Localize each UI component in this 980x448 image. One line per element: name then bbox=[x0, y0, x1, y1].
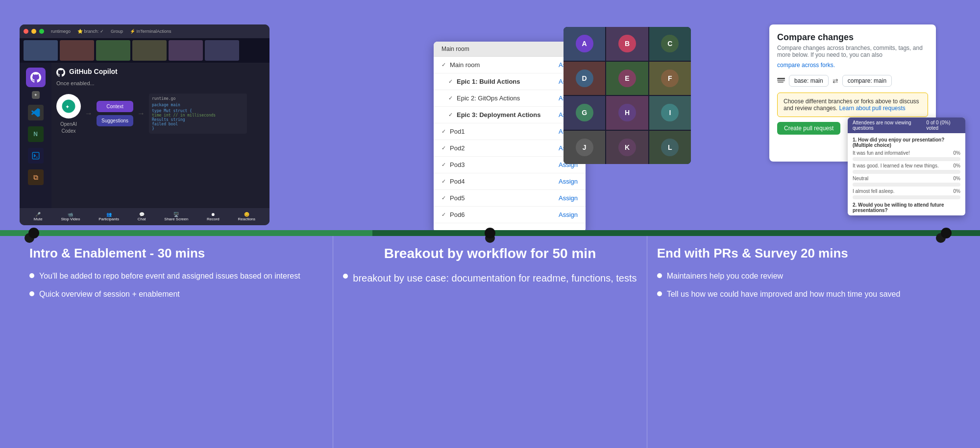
room-name-pod2: Pod2 bbox=[450, 144, 465, 152]
room-name-pod3: Pod3 bbox=[450, 161, 465, 168]
poll-option-3-text: Neutral bbox=[853, 176, 868, 181]
zoom-video-btn[interactable]: 📹Stop Video bbox=[61, 212, 80, 221]
chevron-icon-epic2: ✓ bbox=[448, 95, 453, 101]
col2-bullet-1: breakout by use case: documentation for … bbox=[343, 271, 637, 285]
room-item-epic2: ✓ Epic 2: GitOps Actions Assign bbox=[434, 90, 586, 107]
room-item-pod6-left: ✓ Pod6 bbox=[441, 211, 465, 218]
video-grid: A B C D E F G H I J K L bbox=[564, 27, 691, 164]
timeline-dot-3 bbox=[941, 228, 952, 238]
col3-bullet-2: Tell us how we could have improved and h… bbox=[657, 289, 951, 300]
bullet-dot-5 bbox=[657, 291, 662, 296]
timeline-col-1: Intro & Enablement - 30 mins You'll be a… bbox=[20, 236, 333, 448]
breakout-header: Main room bbox=[434, 42, 586, 57]
zoom-share-btn[interactable]: 🖥️Share Screen bbox=[164, 212, 188, 221]
compare-branch-btn[interactable]: compare: main bbox=[842, 75, 892, 87]
bullet-dot-3 bbox=[343, 274, 348, 279]
col2-bullet-1-text: breakout by use case: documentation for … bbox=[353, 271, 637, 285]
zoom-participants-btn[interactable]: 👥Participants bbox=[98, 212, 119, 221]
zoom-bottom-bar: 🎤Mute 📹Stop Video 👥Participants 💬Chat 🖥️… bbox=[20, 208, 270, 225]
gh-copilot-icon bbox=[56, 68, 65, 77]
polling-vote-count: 0 of 0 (0%) voted bbox=[927, 120, 960, 131]
room-item-epic3: ✓ Epic 3: Deployment Actions Assign bbox=[434, 107, 586, 123]
room-name-epic1: Epic 1: Build Actions bbox=[457, 78, 520, 85]
chevron-icon-epic3: ✓ bbox=[448, 112, 453, 118]
timeline-dot-1 bbox=[28, 228, 39, 238]
zoom-chat-btn[interactable]: 💬Chat bbox=[138, 212, 146, 221]
room-item-main-left: ✓ Main room bbox=[441, 61, 480, 69]
zoom-actions-label: ⚡ InTerminalActions bbox=[130, 29, 172, 34]
timeline-col-2: Breakout by workflow for 50 min breakout… bbox=[333, 236, 646, 448]
video-cell-9: I bbox=[649, 96, 691, 130]
compare-forks-link[interactable]: compare across forks. bbox=[777, 62, 835, 69]
room-item-epic1-left: ✓ Epic 1: Build Actions bbox=[441, 78, 520, 85]
repo-icon bbox=[777, 77, 785, 85]
poll-option-2-pct: 0% bbox=[954, 163, 960, 168]
assign-btn-pod5[interactable]: Assign bbox=[559, 194, 578, 202]
compare-title: Compare changes bbox=[777, 32, 928, 43]
col1-bullet-2: Quick overview of session + enablement bbox=[29, 289, 323, 300]
copilot-diagram: ✦ OpenAI Codex → Context Suggestions → r… bbox=[56, 94, 265, 134]
bullet-dot-1 bbox=[29, 273, 34, 278]
room-name-main: Main room bbox=[450, 61, 480, 69]
swap-icon: ⇄ bbox=[833, 77, 838, 85]
svg-text:✦: ✦ bbox=[65, 103, 70, 109]
room-item-epic1: ✓ Epic 1: Build Actions Assign bbox=[434, 73, 586, 90]
video-cell-5: E bbox=[606, 62, 648, 95]
zoom-titlebar: runtimego ⭐ branch: ✓ Group ⚡ InTerminal… bbox=[20, 24, 270, 38]
video-cell-1: A bbox=[564, 27, 605, 61]
video-cell-8: H bbox=[606, 96, 648, 130]
zoom-record-btn[interactable]: ⏺Record bbox=[207, 212, 220, 221]
polling-overlay: Attendees are now viewing questions 0 of… bbox=[848, 118, 965, 215]
branch-selector: base: main ⇄ compare: main bbox=[777, 75, 928, 87]
zoom-sidebar: ✦ N ⧉ bbox=[20, 63, 51, 219]
room-name-pod4: Pod4 bbox=[450, 178, 465, 185]
room-name-pod1: Pod1 bbox=[450, 128, 465, 135]
chevron-icon: ✓ bbox=[441, 62, 446, 68]
pr-link[interactable]: Learn about pull requests bbox=[839, 105, 905, 112]
github-copilot-panel: runtimego ⭐ branch: ✓ Group ⚡ InTerminal… bbox=[20, 24, 270, 225]
video-cell-11: K bbox=[606, 131, 648, 165]
participant-thumb bbox=[205, 40, 239, 61]
minimize-dot bbox=[31, 29, 36, 34]
zoom-reactions-btn[interactable]: 😊Reactions bbox=[238, 212, 255, 221]
zoom-main-content: ✦ N ⧉ GitHub Copilot bbox=[20, 63, 270, 219]
room-item-pod1: ✓ Pod1 Assign bbox=[434, 123, 586, 140]
arrow-icon: → bbox=[85, 109, 93, 118]
create-pr-button[interactable]: Create pull request bbox=[777, 122, 840, 135]
col3-bullet-1: Maintainers help you code review bbox=[657, 271, 951, 282]
room-item-main: ✓ Main room Assign bbox=[434, 57, 586, 73]
video-cell-12: L bbox=[649, 131, 691, 165]
context-box: Context bbox=[97, 101, 133, 112]
participant-thumb bbox=[169, 40, 203, 61]
chevron-icon-pod3: ✓ bbox=[441, 162, 446, 168]
assign-btn-pod4[interactable]: Assign bbox=[559, 178, 578, 185]
poll-option-1: It was fun and informative! 0% bbox=[853, 150, 960, 156]
assign-btn-pod6[interactable]: Assign bbox=[559, 211, 578, 218]
right-panel: Compare changes Compare changes across b… bbox=[769, 24, 960, 225]
col1-title: Intro & Enablement - 30 mins bbox=[29, 246, 323, 261]
participant-thumb bbox=[24, 40, 58, 61]
video-cell-6: F bbox=[649, 62, 691, 95]
col2-title: Breakout by workflow for 50 min bbox=[343, 246, 637, 261]
breakout-header-text: Main room bbox=[441, 46, 469, 52]
video-cell-2: B bbox=[606, 27, 648, 61]
copilot-label: ✦ bbox=[32, 91, 40, 100]
zoom-mute-btn[interactable]: 🎤Mute bbox=[34, 212, 43, 221]
zoom-branch-label: ⭐ branch: ✓ bbox=[77, 29, 104, 34]
tool-icon: ⧉ bbox=[28, 169, 44, 185]
github-icon bbox=[26, 68, 46, 87]
participant-thumb bbox=[132, 40, 167, 61]
openai-logo: ✦ bbox=[61, 99, 76, 114]
poll-option-4: I almost fell asleep. 0% bbox=[853, 189, 960, 194]
poll-option-2: It was good. I learned a few new things.… bbox=[853, 163, 960, 168]
base-branch-btn[interactable]: base: main bbox=[789, 75, 829, 87]
col3-bullet-1-text: Maintainers help you code review bbox=[667, 271, 783, 282]
copilot-title: GitHub Copilot bbox=[69, 68, 118, 75]
poll-q2: 2. Would you be willing to attend future… bbox=[853, 202, 960, 213]
maximize-dot bbox=[39, 29, 44, 34]
compare-info-box: Choose different branches or forks above… bbox=[777, 93, 928, 117]
col3-title: End with PRs & Survey 20 mins bbox=[657, 246, 951, 261]
nvim-icon: N bbox=[28, 126, 44, 142]
chevron-icon-pod1: ✓ bbox=[441, 128, 446, 135]
ide-icon bbox=[28, 148, 44, 164]
